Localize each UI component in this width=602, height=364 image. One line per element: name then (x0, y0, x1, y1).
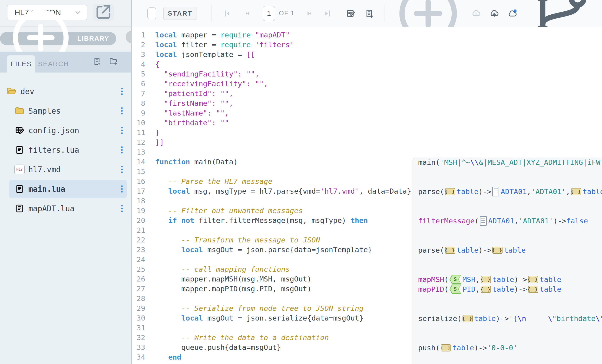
code-token: "lastName": "", (155, 109, 229, 117)
code-token: "receivingFacility": "", (155, 79, 268, 88)
code-token: '{ (509, 314, 517, 323)
edit-message-button[interactable] (346, 9, 356, 18)
annotation-line-27[interactable]: mapPID(SPID,{ }table)->{ }table (413, 284, 602, 294)
code-token: mapper.mapMSH(msg.MSH, msgOut) (155, 275, 312, 283)
line-number: 10 (132, 118, 145, 128)
branches-button[interactable] (525, 0, 595, 27)
code-token: main(Data) (190, 158, 237, 166)
code-token: 'ADTA01' (531, 187, 566, 196)
annotation-line-26[interactable]: mapMSH(SMSH,{ }table)->{ }table (413, 275, 602, 284)
code-token (155, 353, 168, 361)
code-line-11[interactable]: 11} (132, 128, 602, 137)
file-tree-item-dev[interactable]: dev (0, 82, 131, 101)
line-number: 27 (132, 284, 145, 294)
add-library-button[interactable]: LIBRARY (0, 32, 116, 45)
code-token: )-> (553, 216, 566, 226)
sidebar: HL7 to JSON BRANCH: main LIBRARY FILES S… (0, 0, 132, 364)
annotation-line-33[interactable]: push({ }table)->'0-0-0' (413, 343, 602, 353)
line-content: -- Parse the HL7 message (155, 176, 272, 186)
code-line-3[interactable]: 3local jsonTemplate = [[ (132, 50, 602, 59)
file-menu-dots-icon[interactable] (121, 88, 123, 95)
annotation-line-30[interactable]: serialize({ }table)->'{\n \"birthdate\":… (413, 314, 602, 323)
file-name: mapADT.lua (28, 204, 75, 213)
message-number-input[interactable]: 1 (263, 6, 275, 21)
code-token: ": " (600, 314, 602, 323)
code-token: msg, msgType = hl7.parse{vmd= (190, 187, 320, 195)
code-token: { (155, 60, 160, 68)
file-tree-item-mapADT-lua[interactable]: mapADT.lua (0, 199, 131, 218)
push-button[interactable] (489, 8, 499, 19)
code-token: filter = (177, 41, 220, 49)
code-token: end (168, 353, 181, 361)
file-menu-dots-icon[interactable] (121, 127, 123, 134)
code-token: main( (418, 157, 440, 167)
new-file-button[interactable] (93, 57, 102, 66)
tab-files[interactable]: FILES (7, 55, 35, 73)
file-menu-dots-icon[interactable] (121, 107, 123, 115)
code-token: table (540, 275, 561, 284)
code-token: PID (462, 284, 475, 294)
file-menu-dots-icon[interactable] (121, 205, 123, 212)
table-icon: { } (528, 286, 538, 293)
file-tree-item-filters-lua[interactable]: filters.lua (0, 140, 131, 160)
code-line-8[interactable]: 8 "firstName": "", (132, 98, 602, 108)
remote-changes-button[interactable] (507, 8, 517, 19)
file-menu-dots-icon[interactable] (121, 146, 123, 154)
start-button[interactable]: START (163, 7, 197, 20)
next-message-button[interactable] (305, 9, 314, 18)
code-token: table (583, 187, 602, 196)
new-folder-button[interactable] (109, 57, 118, 66)
last-message-button[interactable] (323, 9, 332, 18)
code-line-13[interactable]: 13 (132, 147, 602, 157)
file-tree-item-hl7-vmd[interactable]: HL7hl7.vmd (0, 160, 131, 179)
line-number: 22 (132, 235, 145, 245)
chevron-down-icon (74, 9, 82, 17)
code-token: 'MSH|^~ (440, 157, 470, 167)
add-commit-button[interactable] (393, 0, 463, 27)
code-line-1[interactable]: 1local mapper = require "mapADT" (132, 30, 602, 40)
first-message-button[interactable] (223, 9, 232, 18)
code-editor[interactable]: 1local mapper = require "mapADT"2local f… (132, 27, 602, 364)
code-line-9[interactable]: 9 "lastName": "", (132, 108, 602, 118)
annotation-line-23[interactable]: parse({ }table)->{ }table (413, 245, 602, 255)
code-token: \ (595, 314, 600, 323)
segment-icon: S (450, 275, 461, 284)
add-message-button[interactable] (365, 9, 374, 18)
pull-button[interactable] (471, 8, 481, 19)
code-line-10[interactable]: 10 "birthdate": "" (132, 118, 602, 128)
line-content: -- Filter out unwanted messages (155, 206, 303, 215)
line-number: 34 (132, 352, 145, 362)
tab-search[interactable]: SEARCH (40, 55, 67, 73)
file-name: dev (21, 87, 34, 96)
file-tree-item-config-json[interactable]: config.json (0, 121, 131, 140)
line-content: end (155, 352, 181, 362)
first-page-icon (223, 9, 232, 18)
annotation-line-14[interactable]: main('MSH|^~\\&|MESA_ADT|XYZ_ADMITTING|i… (413, 157, 602, 167)
annotation-line-17[interactable]: parse({ }table)->ADTA01,'ADTA01',{ }tabl… (413, 187, 602, 196)
file-tree-item-main-lua[interactable]: main.lua (0, 179, 131, 199)
file-menu-dots-icon[interactable] (121, 185, 123, 193)
code-line-4[interactable]: 4{ (132, 59, 602, 69)
prev-message-button[interactable] (243, 9, 252, 18)
line-number: 3 (132, 50, 145, 59)
code-token: , (475, 275, 480, 284)
line-number: 29 (132, 303, 145, 313)
open-external-button[interactable] (93, 4, 114, 21)
code-token: false (566, 216, 588, 226)
code-line-2[interactable]: 2local filter = require 'filters' (132, 40, 602, 50)
annotation-line-20[interactable]: filterMessage(ADTA01,'ADTA01')->false (413, 216, 602, 226)
code-line-5[interactable]: 5 "sendingFacility": "", (132, 69, 602, 79)
cloud-upload-icon (489, 8, 499, 19)
line-number: 4 (132, 59, 145, 69)
file-menu-dots-icon[interactable] (121, 166, 123, 173)
hl7-icon: HL7 (14, 164, 25, 175)
code-line-7[interactable]: 7 "patientId": "", (132, 89, 602, 98)
auto-run-checkbox[interactable] (147, 7, 156, 19)
file-tree-item-Samples[interactable]: Samples (0, 101, 131, 121)
segment-icon: S (450, 285, 461, 294)
prev-page-icon (243, 9, 252, 18)
code-line-12[interactable]: 12]] (132, 137, 602, 147)
line-number: 18 (132, 196, 145, 206)
code-line-6[interactable]: 6 "receivingFacility": "", (132, 79, 602, 89)
node-icon (492, 187, 499, 196)
